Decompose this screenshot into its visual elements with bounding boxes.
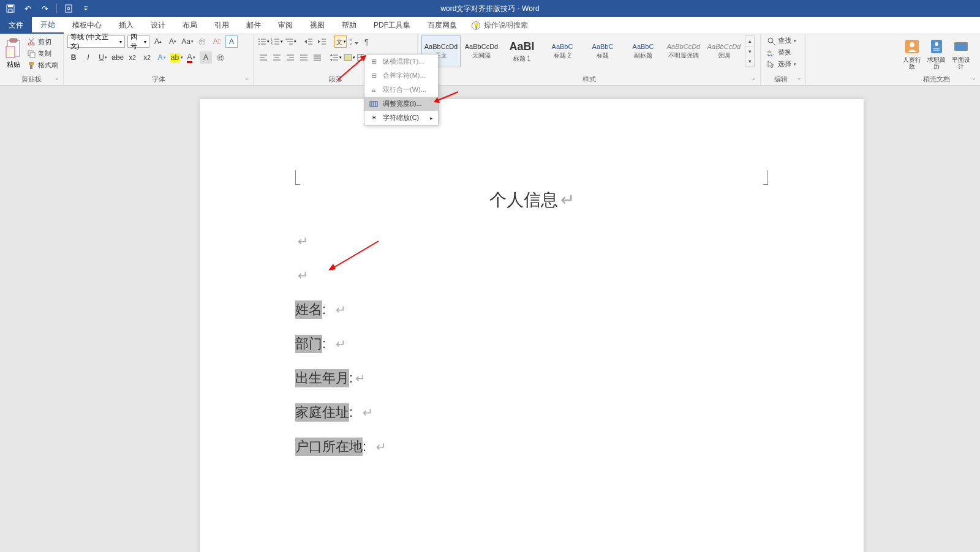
style-title[interactable]: AaBbC标题 bbox=[583, 35, 622, 67]
copy-button[interactable]: 复制 bbox=[26, 48, 59, 59]
menu-two-lines[interactable]: ≡双行合一(W)... bbox=[364, 83, 438, 97]
tab-layout[interactable]: 布局 bbox=[174, 17, 206, 34]
svg-rect-67 bbox=[344, 54, 352, 61]
show-marks-button[interactable]: ¶ bbox=[361, 35, 374, 48]
style-emphasis[interactable]: AaBbCcDd强调 bbox=[704, 35, 744, 67]
panel-resume[interactable]: 求职简历 bbox=[926, 38, 947, 70]
svg-rect-3 bbox=[66, 5, 72, 12]
text-effects-button[interactable]: A▾ bbox=[156, 51, 168, 64]
undo-icon[interactable]: ↶ bbox=[22, 3, 33, 14]
preview-icon[interactable] bbox=[63, 3, 74, 14]
align-left-button[interactable] bbox=[257, 51, 270, 64]
font-name-select[interactable]: 等线 (中文正文)▾ bbox=[67, 35, 125, 48]
cut-button[interactable]: 剪切 bbox=[26, 37, 59, 47]
field-line-name: 姓名: ↵ bbox=[295, 293, 386, 327]
char-border-button[interactable]: A bbox=[225, 35, 238, 48]
asian-layout-button[interactable]: 文▾ bbox=[334, 35, 347, 48]
line-spacing-button[interactable]: ▾ bbox=[330, 51, 342, 64]
styles-gallery[interactable]: AaBbCcDd正文 AaBbCcDd无间隔 AaBl标题 1 AaBbC标题 … bbox=[421, 35, 755, 67]
group-panels: 人资行政 求职简历 平面设计 稻壳文档 bbox=[893, 34, 980, 85]
field-line-dept: 部门: ↵ bbox=[295, 327, 386, 361]
find-button[interactable]: 查找▾ bbox=[764, 35, 799, 46]
ribbon-tabs: 文件 开始 模板中心 插入 设计 布局 引用 邮件 审阅 视图 帮助 PDF工具… bbox=[0, 17, 980, 34]
style-subtle[interactable]: AaBbCcDd不明显强调 bbox=[664, 35, 703, 67]
svg-point-71 bbox=[768, 38, 773, 43]
group-styles: AaBbCcDd正文 AaBbCcDd无间隔 AaBl标题 1 AaBbC标题 … bbox=[418, 34, 761, 85]
tab-view[interactable]: 视图 bbox=[301, 17, 333, 34]
tab-insert[interactable]: 插入 bbox=[110, 17, 142, 34]
shading-button[interactable]: ▾ bbox=[343, 51, 355, 64]
svg-marker-66 bbox=[330, 59, 333, 61]
strike-button[interactable]: abc bbox=[111, 51, 124, 64]
font-color-button[interactable]: A▾ bbox=[185, 51, 197, 64]
panel-flat[interactable]: 平面设计 bbox=[951, 38, 971, 70]
svg-text:Z: Z bbox=[350, 42, 352, 46]
save-icon[interactable] bbox=[5, 3, 16, 14]
panel-hr[interactable]: 人资行政 bbox=[902, 38, 922, 70]
subscript-button[interactable]: x2 bbox=[126, 51, 138, 64]
lightbulb-icon: 💡 bbox=[472, 21, 480, 30]
redo-icon[interactable]: ↷ bbox=[39, 3, 50, 14]
bullets-button[interactable]: ▾ bbox=[257, 35, 270, 48]
tab-template[interactable]: 模板中心 bbox=[64, 17, 110, 34]
tab-review[interactable]: 审阅 bbox=[270, 17, 301, 34]
shrink-font-button[interactable]: A▾ bbox=[167, 35, 179, 48]
tab-file[interactable]: 文件 bbox=[0, 17, 32, 34]
tab-design[interactable]: 设计 bbox=[142, 17, 174, 34]
menu-combine-chars[interactable]: ⊟合并字符(M)... bbox=[364, 69, 438, 83]
style-subtitle[interactable]: AaBbC副标题 bbox=[624, 35, 663, 67]
align-justify-button[interactable] bbox=[298, 51, 310, 64]
style-heading1[interactable]: AaBl标题 1 bbox=[502, 35, 541, 67]
replace-button[interactable]: abac替换 bbox=[764, 47, 799, 58]
tab-help[interactable]: 帮助 bbox=[333, 17, 365, 34]
styles-scroll[interactable]: ▴▾▾ bbox=[745, 35, 755, 67]
tab-mailings[interactable]: 邮件 bbox=[238, 17, 270, 34]
grow-font-button[interactable]: A▴ bbox=[152, 35, 164, 48]
indent-increase-button[interactable] bbox=[316, 35, 328, 48]
style-nospacing[interactable]: AaBbCcDd无间隔 bbox=[462, 35, 501, 67]
tab-home[interactable]: 开始 bbox=[32, 17, 64, 34]
multilevel-button[interactable]: ▾ bbox=[284, 35, 296, 48]
highlight-button[interactable]: ab▾ bbox=[170, 51, 183, 64]
italic-button[interactable]: I bbox=[82, 51, 94, 64]
tab-pdf[interactable]: PDF工具集 bbox=[365, 17, 419, 34]
svg-rect-2 bbox=[9, 9, 12, 12]
svg-rect-78 bbox=[931, 40, 942, 53]
bold-button[interactable]: B bbox=[67, 51, 80, 64]
align-right-button[interactable] bbox=[284, 51, 296, 64]
menu-char-scale[interactable]: ✶字符缩放(C) bbox=[364, 111, 438, 125]
char-shade-button[interactable]: A bbox=[200, 51, 212, 64]
qat-dropdown-icon[interactable] bbox=[80, 3, 91, 14]
qat-separator bbox=[56, 4, 57, 13]
menu-fit-width[interactable]: 调整宽度(I)... bbox=[364, 97, 438, 111]
font-size-select[interactable]: 四号▾ bbox=[127, 35, 149, 48]
empty-line-1: ↵ bbox=[295, 224, 386, 258]
underline-button[interactable]: U▾ bbox=[97, 51, 109, 64]
enclose-button[interactable]: ㊕ bbox=[214, 51, 227, 64]
change-case-button[interactable]: Aa▾ bbox=[181, 35, 194, 48]
tab-references[interactable]: 引用 bbox=[206, 17, 238, 34]
align-distribute-button[interactable] bbox=[311, 51, 323, 64]
clear-format-button[interactable]: A⃠ bbox=[211, 35, 223, 48]
svg-marker-44 bbox=[355, 42, 358, 45]
select-button[interactable]: 选择▾ bbox=[764, 59, 799, 69]
superscript-button[interactable]: x2 bbox=[141, 51, 153, 64]
menu-vertical-horizontal[interactable]: ⊞纵横混排(T)... bbox=[364, 54, 438, 69]
font-group-label: 字体 bbox=[67, 73, 249, 85]
style-heading2[interactable]: AaBbC标题 2 bbox=[543, 35, 582, 67]
svg-marker-33 bbox=[304, 40, 307, 43]
field-line-address: 家庭住址: ↵ bbox=[295, 395, 386, 430]
paste-button[interactable]: 粘贴 bbox=[4, 38, 23, 69]
clipboard-group-label: 剪贴板 bbox=[4, 73, 59, 85]
format-painter-button[interactable]: 格式刷 bbox=[26, 60, 59, 70]
phonetic-button[interactable]: ㊥ bbox=[196, 35, 208, 48]
tab-baidu[interactable]: 百度网盘 bbox=[419, 17, 466, 34]
align-center-button[interactable] bbox=[271, 51, 283, 64]
svg-marker-37 bbox=[318, 40, 320, 43]
sort-button[interactable]: AZ bbox=[348, 35, 360, 48]
page[interactable]: 个人信息↵ ↵ ↵ 姓名: ↵ 部门: ↵ 出生年月:↵ 家庭住址: ↵ 户口所… bbox=[200, 99, 864, 552]
editing-group-label: 编辑 bbox=[764, 73, 802, 85]
tell-me-search[interactable]: 💡 操作说明搜索 bbox=[472, 17, 528, 34]
indent-decrease-button[interactable] bbox=[303, 35, 315, 48]
numbering-button[interactable]: 123▾ bbox=[271, 35, 283, 48]
